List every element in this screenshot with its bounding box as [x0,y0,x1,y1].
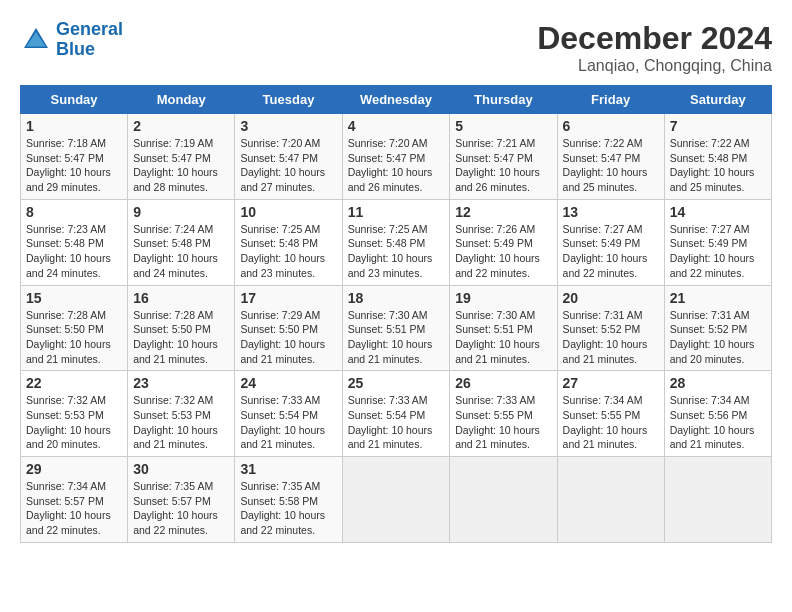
day-cell: 12Sunrise: 7:26 AM Sunset: 5:49 PM Dayli… [450,199,557,285]
day-detail: Sunrise: 7:20 AM Sunset: 5:47 PM Dayligh… [240,136,336,195]
day-detail: Sunrise: 7:21 AM Sunset: 5:47 PM Dayligh… [455,136,551,195]
week-row-5: 29Sunrise: 7:34 AM Sunset: 5:57 PM Dayli… [21,457,772,543]
day-cell: 2Sunrise: 7:19 AM Sunset: 5:47 PM Daylig… [128,114,235,200]
header-cell-tuesday: Tuesday [235,86,342,114]
day-detail: Sunrise: 7:23 AM Sunset: 5:48 PM Dayligh… [26,222,122,281]
day-cell: 4Sunrise: 7:20 AM Sunset: 5:47 PM Daylig… [342,114,450,200]
header-cell-friday: Friday [557,86,664,114]
week-row-2: 8Sunrise: 7:23 AM Sunset: 5:48 PM Daylig… [21,199,772,285]
day-detail: Sunrise: 7:31 AM Sunset: 5:52 PM Dayligh… [670,308,766,367]
day-number: 25 [348,375,445,391]
day-number: 5 [455,118,551,134]
calendar-body: 1Sunrise: 7:18 AM Sunset: 5:47 PM Daylig… [21,114,772,543]
day-number: 20 [563,290,659,306]
day-cell [664,457,771,543]
day-cell: 16Sunrise: 7:28 AM Sunset: 5:50 PM Dayli… [128,285,235,371]
title-block: December 2024 Lanqiao, Chongqing, China [537,20,772,75]
day-cell: 19Sunrise: 7:30 AM Sunset: 5:51 PM Dayli… [450,285,557,371]
header-cell-thursday: Thursday [450,86,557,114]
day-number: 14 [670,204,766,220]
day-detail: Sunrise: 7:26 AM Sunset: 5:49 PM Dayligh… [455,222,551,281]
day-detail: Sunrise: 7:34 AM Sunset: 5:57 PM Dayligh… [26,479,122,538]
day-cell [450,457,557,543]
day-cell: 7Sunrise: 7:22 AM Sunset: 5:48 PM Daylig… [664,114,771,200]
day-number: 8 [26,204,122,220]
day-cell: 26Sunrise: 7:33 AM Sunset: 5:55 PM Dayli… [450,371,557,457]
day-cell: 24Sunrise: 7:33 AM Sunset: 5:54 PM Dayli… [235,371,342,457]
header: General Blue December 2024 Lanqiao, Chon… [20,20,772,75]
day-number: 12 [455,204,551,220]
day-number: 7 [670,118,766,134]
day-detail: Sunrise: 7:30 AM Sunset: 5:51 PM Dayligh… [348,308,445,367]
day-detail: Sunrise: 7:33 AM Sunset: 5:54 PM Dayligh… [348,393,445,452]
day-number: 31 [240,461,336,477]
day-cell: 18Sunrise: 7:30 AM Sunset: 5:51 PM Dayli… [342,285,450,371]
day-number: 29 [26,461,122,477]
day-number: 23 [133,375,229,391]
calendar-table: SundayMondayTuesdayWednesdayThursdayFrid… [20,85,772,543]
day-number: 19 [455,290,551,306]
day-number: 3 [240,118,336,134]
day-detail: Sunrise: 7:35 AM Sunset: 5:58 PM Dayligh… [240,479,336,538]
day-number: 4 [348,118,445,134]
day-detail: Sunrise: 7:24 AM Sunset: 5:48 PM Dayligh… [133,222,229,281]
day-cell: 25Sunrise: 7:33 AM Sunset: 5:54 PM Dayli… [342,371,450,457]
day-cell: 3Sunrise: 7:20 AM Sunset: 5:47 PM Daylig… [235,114,342,200]
day-cell: 14Sunrise: 7:27 AM Sunset: 5:49 PM Dayli… [664,199,771,285]
day-number: 21 [670,290,766,306]
day-cell: 17Sunrise: 7:29 AM Sunset: 5:50 PM Dayli… [235,285,342,371]
day-cell: 29Sunrise: 7:34 AM Sunset: 5:57 PM Dayli… [21,457,128,543]
day-cell [557,457,664,543]
day-number: 11 [348,204,445,220]
day-detail: Sunrise: 7:31 AM Sunset: 5:52 PM Dayligh… [563,308,659,367]
day-cell: 1Sunrise: 7:18 AM Sunset: 5:47 PM Daylig… [21,114,128,200]
day-detail: Sunrise: 7:28 AM Sunset: 5:50 PM Dayligh… [26,308,122,367]
day-number: 30 [133,461,229,477]
day-cell: 8Sunrise: 7:23 AM Sunset: 5:48 PM Daylig… [21,199,128,285]
day-cell: 23Sunrise: 7:32 AM Sunset: 5:53 PM Dayli… [128,371,235,457]
day-detail: Sunrise: 7:20 AM Sunset: 5:47 PM Dayligh… [348,136,445,195]
day-cell: 27Sunrise: 7:34 AM Sunset: 5:55 PM Dayli… [557,371,664,457]
logo: General Blue [20,20,123,60]
day-detail: Sunrise: 7:34 AM Sunset: 5:56 PM Dayligh… [670,393,766,452]
day-detail: Sunrise: 7:30 AM Sunset: 5:51 PM Dayligh… [455,308,551,367]
day-cell [342,457,450,543]
day-detail: Sunrise: 7:34 AM Sunset: 5:55 PM Dayligh… [563,393,659,452]
week-row-1: 1Sunrise: 7:18 AM Sunset: 5:47 PM Daylig… [21,114,772,200]
header-cell-saturday: Saturday [664,86,771,114]
day-number: 22 [26,375,122,391]
day-cell: 30Sunrise: 7:35 AM Sunset: 5:57 PM Dayli… [128,457,235,543]
day-number: 6 [563,118,659,134]
day-cell: 21Sunrise: 7:31 AM Sunset: 5:52 PM Dayli… [664,285,771,371]
day-cell: 9Sunrise: 7:24 AM Sunset: 5:48 PM Daylig… [128,199,235,285]
logo-line2: Blue [56,39,95,59]
day-detail: Sunrise: 7:25 AM Sunset: 5:48 PM Dayligh… [348,222,445,281]
day-number: 13 [563,204,659,220]
day-number: 15 [26,290,122,306]
day-detail: Sunrise: 7:18 AM Sunset: 5:47 PM Dayligh… [26,136,122,195]
day-detail: Sunrise: 7:32 AM Sunset: 5:53 PM Dayligh… [26,393,122,452]
week-row-4: 22Sunrise: 7:32 AM Sunset: 5:53 PM Dayli… [21,371,772,457]
day-detail: Sunrise: 7:27 AM Sunset: 5:49 PM Dayligh… [563,222,659,281]
day-detail: Sunrise: 7:29 AM Sunset: 5:50 PM Dayligh… [240,308,336,367]
day-detail: Sunrise: 7:33 AM Sunset: 5:55 PM Dayligh… [455,393,551,452]
day-cell: 6Sunrise: 7:22 AM Sunset: 5:47 PM Daylig… [557,114,664,200]
day-cell: 28Sunrise: 7:34 AM Sunset: 5:56 PM Dayli… [664,371,771,457]
week-row-3: 15Sunrise: 7:28 AM Sunset: 5:50 PM Dayli… [21,285,772,371]
logo-text: General Blue [56,20,123,60]
day-detail: Sunrise: 7:28 AM Sunset: 5:50 PM Dayligh… [133,308,229,367]
header-cell-sunday: Sunday [21,86,128,114]
day-detail: Sunrise: 7:35 AM Sunset: 5:57 PM Dayligh… [133,479,229,538]
day-detail: Sunrise: 7:19 AM Sunset: 5:47 PM Dayligh… [133,136,229,195]
day-number: 26 [455,375,551,391]
day-number: 17 [240,290,336,306]
day-detail: Sunrise: 7:22 AM Sunset: 5:48 PM Dayligh… [670,136,766,195]
day-number: 27 [563,375,659,391]
day-number: 24 [240,375,336,391]
logo-icon [20,24,52,56]
header-cell-monday: Monday [128,86,235,114]
day-number: 18 [348,290,445,306]
logo-line1: General [56,19,123,39]
day-detail: Sunrise: 7:27 AM Sunset: 5:49 PM Dayligh… [670,222,766,281]
day-number: 2 [133,118,229,134]
